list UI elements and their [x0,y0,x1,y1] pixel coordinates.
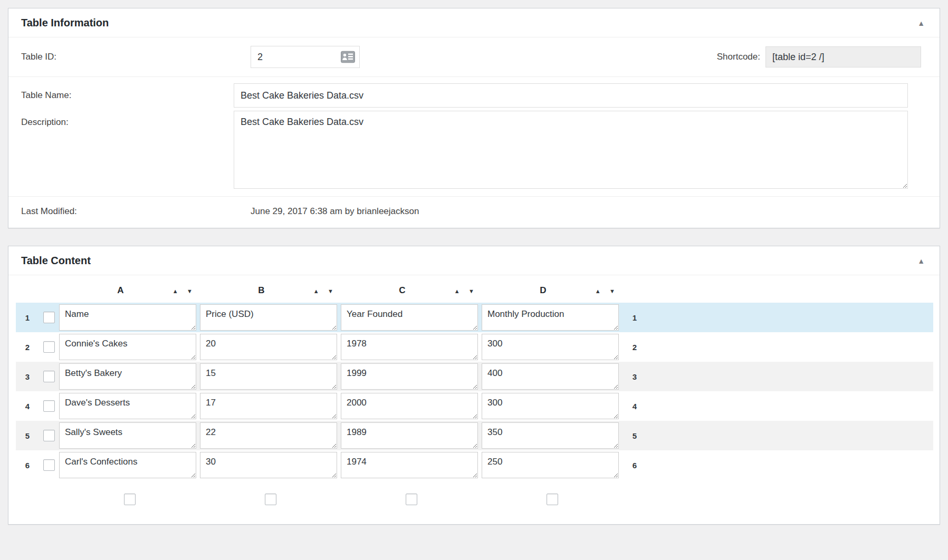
id-card-icon [341,51,355,63]
table-information-title: Table Information [21,17,109,29]
table-content-body: A ▲ ▼ B ▲ ▼ C ▲ ▼ [8,275,940,524]
column-letter: B [200,285,323,296]
column-letter: A [59,285,182,296]
column-controls: ▲ ▼ [173,286,193,295]
column-controls: ▲ ▼ [313,286,333,295]
row-select-checkbox[interactable] [43,400,55,412]
column-move-down-icon[interactable]: ▼ [328,288,333,294]
cell-C1[interactable]: Year Founded [341,304,478,331]
column-move-up-icon[interactable]: ▲ [595,288,601,294]
table-name-input[interactable] [234,83,908,108]
cell-A4[interactable]: Dave's Desserts [59,393,196,419]
cell-D2[interactable]: 300 [482,334,619,360]
row-number-left: 5 [16,431,39,440]
table-information-collapse-button[interactable]: ▲ [912,17,930,29]
column-letter: D [482,285,605,296]
table-row: 1 Name Price (USD) Year Founded Monthly … [16,303,933,332]
column-move-up-icon[interactable]: ▲ [313,288,319,294]
column-header-B: B ▲ ▼ [200,278,341,303]
last-modified-value: June 29, 2017 6:38 am by brianleejackson [251,206,419,217]
column-select-row [16,494,933,505]
column-move-up-icon[interactable]: ▲ [173,288,178,294]
row-select-checkbox[interactable] [43,341,55,353]
table-information-panel: Table Information ▲ Table ID: Shortcode: [8,8,940,228]
cell-C3[interactable]: 1999 [341,363,478,390]
row-number-left: 6 [16,461,39,470]
column-select-checkbox-A[interactable] [124,494,136,505]
shortcode-label: Shortcode: [717,52,760,62]
cell-B3[interactable]: 15 [200,363,337,390]
cell-D4[interactable]: 300 [482,393,619,419]
cell-C6[interactable]: 1974 [341,452,478,478]
table-row: 4 Dave's Desserts 17 2000 300 4 [16,391,933,421]
table-name-label: Table Name: [21,90,234,101]
table-row: 2 Connie's Cakes 20 1978 300 2 [16,332,933,362]
row-number-right: 6 [623,461,647,470]
last-modified-label: Last Modified: [21,206,234,217]
column-select-checkbox-C[interactable] [406,494,417,505]
table-information-header: Table Information ▲ [8,8,940,37]
cell-D1[interactable]: Monthly Production [482,304,619,331]
cell-D5[interactable]: 350 [482,422,619,449]
table-content-collapse-button[interactable]: ▲ [912,255,930,267]
row-select-checkbox[interactable] [43,430,55,441]
row-number-right: 5 [623,431,647,440]
row-number-right: 1 [623,313,647,322]
row-number-right: 2 [623,343,647,352]
table-name-row: Table Name: [8,77,940,111]
cell-A1[interactable]: Name [59,304,196,331]
cell-B6[interactable]: 30 [200,452,337,478]
row-select-checkbox[interactable] [43,371,55,382]
cell-D6[interactable]: 250 [482,452,619,478]
table-id-row: Table ID: Shortcode: [8,37,940,77]
row-number-left: 3 [16,372,39,381]
description-row: Description: Best Cake Bakeries Data.csv [8,111,940,196]
description-label: Description: [21,111,234,128]
cell-A3[interactable]: Betty's Bakery [59,363,196,390]
row-number-left: 2 [16,343,39,352]
shortcode-group: Shortcode: [717,46,921,67]
cell-B1[interactable]: Price (USD) [200,304,337,331]
collapse-arrow-icon: ▲ [917,257,925,265]
column-header-C: C ▲ ▼ [341,278,482,303]
column-controls: ▲ ▼ [595,286,615,295]
cell-A2[interactable]: Connie's Cakes [59,334,196,360]
column-move-down-icon[interactable]: ▼ [609,288,615,294]
row-number-right: 4 [623,402,647,411]
shortcode-input[interactable] [765,46,921,67]
table-row: 3 Betty's Bakery 15 1999 400 3 [16,362,933,391]
cell-A6[interactable]: Carl's Confections [59,452,196,478]
column-move-down-icon[interactable]: ▼ [187,288,193,294]
cell-B2[interactable]: 20 [200,334,337,360]
row-select-checkbox[interactable] [43,312,55,323]
cell-B5[interactable]: 22 [200,422,337,449]
row-select-checkbox[interactable] [43,459,55,471]
last-modified-row: Last Modified: June 29, 2017 6:38 am by … [8,196,940,228]
column-header-row: A ▲ ▼ B ▲ ▼ C ▲ ▼ [16,278,933,303]
cell-D3[interactable]: 400 [482,363,619,390]
cell-C2[interactable]: 1978 [341,334,478,360]
column-select-checkbox-B[interactable] [265,494,276,505]
table-row: 6 Carl's Confections 30 1974 250 6 [16,450,933,480]
column-header-D: D ▲ ▼ [482,278,623,303]
column-select-checkbox-D[interactable] [547,494,558,505]
cell-C4[interactable]: 2000 [341,393,478,419]
row-number-left: 1 [16,313,39,322]
column-letter: C [341,285,464,296]
table-id-label: Table ID: [21,52,234,62]
cell-B4[interactable]: 17 [200,393,337,419]
table-content-panel: Table Content ▲ A ▲ ▼ B ▲ ▼ [8,246,940,525]
table-id-field-wrap [251,46,360,68]
table-row: 5 Sally's Sweets 22 1989 350 5 [16,421,933,450]
tablepress-edit-screen: Table Information ▲ Table ID: Shortcode: [0,0,948,525]
column-move-down-icon[interactable]: ▼ [468,288,474,294]
column-move-up-icon[interactable]: ▲ [454,288,460,294]
cell-A5[interactable]: Sally's Sweets [59,422,196,449]
table-content-title: Table Content [21,255,91,267]
table-content-header: Table Content ▲ [8,246,940,275]
column-header-A: A ▲ ▼ [59,278,200,303]
description-textarea[interactable]: Best Cake Bakeries Data.csv [234,111,908,189]
row-number-left: 4 [16,402,39,411]
column-controls: ▲ ▼ [454,286,474,295]
cell-C5[interactable]: 1989 [341,422,478,449]
